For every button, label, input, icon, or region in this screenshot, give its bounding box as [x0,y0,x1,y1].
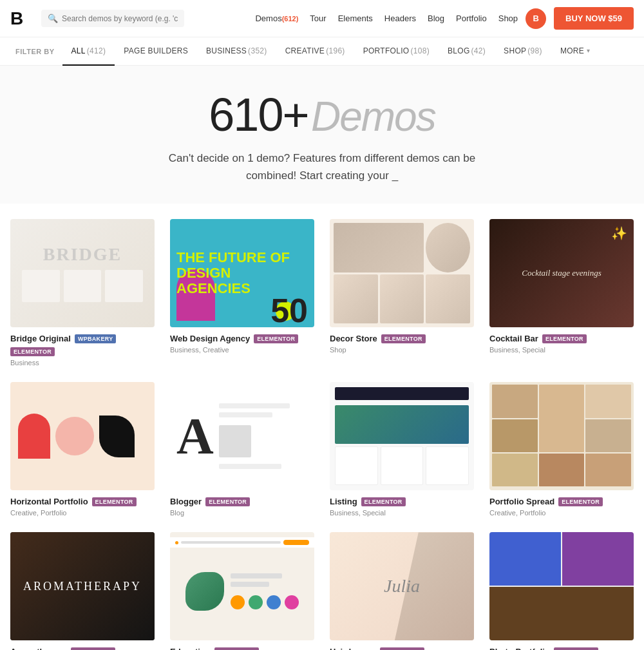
filter-all[interactable]: ALL(412) [62,37,115,66]
demo-name: Decor Store [330,334,377,343]
buy-now-button[interactable]: BUY NOW $59 [554,7,634,30]
nav-portfolio[interactable]: Portfolio [456,14,487,23]
demo-info: Aromatherapy ELEMENTOR Business [10,647,155,650]
filter-page-builders[interactable]: PAGE BUILDERS [115,37,197,66]
demo-tags: Business, Creative [170,346,314,354]
demo-info: Decor Store ELEMENTOR Shop [330,334,474,354]
demo-tags: Business, Special [489,346,634,354]
demo-name: Hairdresser [330,647,376,650]
edu-content [185,572,299,611]
filter-creative[interactable]: CREATIVE(196) [276,37,354,66]
filter-business[interactable]: BUSINESS(352) [197,37,276,66]
edu-text-lines [231,573,299,609]
demo-info: Portfolio Spread ELEMENTOR Creative, Por… [489,497,634,517]
pspread-item [492,454,538,486]
hero-subtitle: Can't decide on 1 demo? Features from di… [13,149,631,184]
hport-shape3 [99,416,135,457]
pp-item-3 [489,587,634,640]
demo-card-listing[interactable]: Listing ELEMENTOR Business, Special [330,382,474,517]
demo-card-aromatherapy[interactable]: AROMATHERAPY Aromatherapy ELEMENTOR Busi… [10,532,155,650]
bridge-logo: BRIDGE [43,244,122,265]
demo-card-bridge-original[interactable]: BRIDGE Bridge Original WPBAKERY ELEMENTO… [10,219,155,367]
demo-tags: Business [10,359,155,367]
demo-card-web-design-agency[interactable]: THE FUTURE OFDESIGN AGENCIES 50 Web Desi… [170,219,314,367]
filter-shop[interactable]: SHOP(98) [495,37,551,66]
demo-info: Blogger ELEMENTOR Blog [170,497,314,517]
badge-elementor: ELEMENTOR [381,334,426,343]
demo-name: Listing [330,497,357,506]
badge-elementor: ELEMENTOR [71,647,115,650]
decor-item-1 [334,223,424,272]
nav-shop[interactable]: Shop [498,14,518,23]
demo-info: Cocktail Bar ELEMENTOR Business, Special [489,334,634,354]
filter-portfolio[interactable]: PORTFOLIO(108) [354,37,439,66]
listing-hero [335,405,469,444]
header: B 🔍 Demos(612) Tour Elements Headers Blo… [0,0,644,37]
pspread-item [585,419,631,452]
demo-title-row: Listing ELEMENTOR [330,497,474,506]
demo-card-hairdresser[interactable]: Julia Hairdresser ELEMENTOR Business [330,532,474,650]
nav-blog[interactable]: Blog [428,14,444,23]
pp-item-1 [489,532,561,586]
filter-more[interactable]: MORE▾ [551,37,600,66]
search-icon: 🔍 [48,14,58,23]
demo-info: Photo Portfolio ELEMENTOR Creative, Port… [489,647,634,650]
demo-info: Listing ELEMENTOR Business, Special [330,497,474,517]
hair-text: Julia [384,576,420,597]
demo-name: Aromatherapy [10,647,67,650]
demo-name: Web Design Agency [170,334,250,343]
pspread-item [492,419,538,452]
demo-title-row: Cocktail Bar ELEMENTOR [489,334,634,343]
demo-title-row: Aromatherapy ELEMENTOR [10,647,155,650]
demo-thumb-hportfolio [10,382,155,490]
demo-card-cocktail-bar[interactable]: Cocktail stage evenings ✨ Cocktail Bar E… [489,219,634,367]
demo-thumb-hair: Julia [330,532,474,640]
demo-name: Portfolio Spread [489,497,554,506]
blogger-content [214,403,308,469]
demo-title-row: Web Design Agency ELEMENTOR [170,334,314,343]
demo-card-education[interactable]: Education ELEMENTOR Special [170,532,314,650]
badge-elementor: ELEMENTOR [92,497,137,506]
badge-elementor: ELEMENTOR [554,647,598,650]
listing-cards [335,446,469,485]
badge-elementor: ELEMENTOR [542,334,587,343]
pspread-item [585,385,631,417]
nav-elements[interactable]: Elements [338,14,373,23]
demo-card-portfolio-spread[interactable]: Portfolio Spread ELEMENTOR Creative, Por… [489,382,634,517]
avatar[interactable]: B [526,8,546,29]
search-wrap[interactable]: 🔍 [41,10,184,27]
listing-header [335,387,469,400]
demo-thumb-aroma: AROMATHERAPY [10,532,155,640]
demo-card-photo-portfolio[interactable]: Photo Portfolio ELEMENTOR Creative, Port… [489,532,634,650]
aroma-text: AROMATHERAPY [23,580,142,593]
nav-tour[interactable]: Tour [310,14,326,23]
pp-item-2 [562,532,634,586]
hport-shape1 [18,414,50,459]
badge-elementor: ELEMENTOR [214,647,259,650]
demo-name: Bridge Original [10,334,71,343]
nav-demos[interactable]: Demos(612) [255,14,298,23]
demo-info: Hairdresser ELEMENTOR Business [330,647,474,650]
demos-grid: BRIDGE Bridge Original WPBAKERY ELEMENTO… [0,204,644,650]
nav-headers[interactable]: Headers [384,14,416,23]
search-input[interactable] [62,14,178,23]
hero-section: 610+ Demos Can't decide on 1 demo? Featu… [0,66,644,204]
blogger-a-letter: A [176,413,214,459]
demo-title-row: Bridge Original WPBAKERY ELEMENTOR [10,334,155,356]
demo-tags: Business, Special [330,509,474,517]
demo-card-horizontal-portfolio[interactable]: Horizontal Portfolio ELEMENTOR Creative,… [10,382,155,517]
filter-by-label: FILTER BY [8,48,62,55]
hero-number: 610+ [209,89,308,140]
demo-card-blogger[interactable]: A Blogger ELEMENTOR Blog [170,382,314,517]
demo-thumb-webdesign: THE FUTURE OFDESIGN AGENCIES 50 [170,219,314,327]
demo-card-decor-store[interactable]: Decor Store ELEMENTOR Shop [330,219,474,367]
badge-elementor: ELEMENTOR [254,334,298,343]
filter-blog[interactable]: BLOG(42) [439,37,495,66]
demo-thumb-education [170,532,314,640]
badge-elementor: ELEMENTOR [380,647,424,650]
main-nav: Demos(612) Tour Elements Headers Blog Po… [255,14,518,23]
decor-item-5 [426,274,470,324]
badge-elementor: ELEMENTOR [205,497,250,506]
decor-item-4 [380,274,424,324]
demo-thumb-photoportfolio [489,532,634,640]
